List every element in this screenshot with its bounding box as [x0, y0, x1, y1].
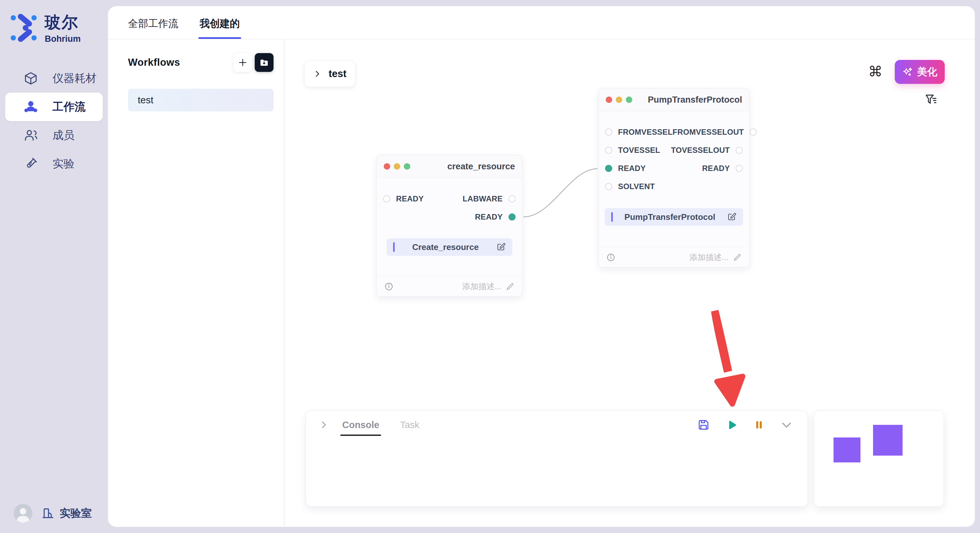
workspace-switcher[interactable]: 实验室	[41, 506, 92, 521]
sidebar-item-workflow[interactable]: 工作流	[5, 93, 103, 121]
sidebar-item-members[interactable]: 成员	[5, 121, 103, 150]
members-icon	[23, 128, 38, 143]
add-workflow-button[interactable]	[233, 53, 252, 72]
pause-button[interactable]	[754, 419, 765, 430]
run-button[interactable]	[725, 419, 738, 431]
user-avatar[interactable]	[14, 504, 32, 523]
output-port-label: LABWARE	[463, 194, 503, 203]
action-label: Create_resource	[395, 242, 496, 252]
description-placeholder[interactable]: 添加描述...	[462, 281, 501, 292]
workflow-canvas[interactable]: test create_resource READY LABWARE	[285, 40, 975, 526]
node-footer: 添加描述...	[377, 276, 522, 296]
plus-icon	[238, 58, 248, 67]
sidebar-item-instruments[interactable]: 仪器耗材	[5, 64, 103, 93]
beautify-button[interactable]: 美化	[895, 60, 945, 84]
workflow-list-panel: Workflows tes	[108, 40, 285, 526]
output-port-dot[interactable]	[749, 128, 757, 136]
breadcrumb-label: test	[329, 68, 347, 80]
pause-icon	[754, 419, 765, 430]
save-icon	[697, 418, 710, 431]
node-title: PumpTransferProtocol	[648, 95, 742, 105]
input-port-dot[interactable]	[605, 183, 612, 190]
console-panel: Console Task	[305, 410, 808, 507]
brand-name: 玻尔	[45, 12, 81, 33]
output-port-dot[interactable]	[736, 147, 743, 154]
description-placeholder[interactable]: 添加描述...	[689, 252, 729, 263]
input-port-label: SOLVENT	[618, 182, 655, 191]
minimap[interactable]	[814, 410, 944, 507]
red-arrow-annotation	[711, 310, 743, 404]
traffic-light-green[interactable]	[626, 97, 632, 103]
pencil-icon[interactable]	[733, 253, 741, 262]
beautify-label: 美化	[917, 65, 937, 79]
node-footer: 添加描述...	[598, 247, 749, 267]
sidebar-nav: 仪器耗材 工作流	[0, 64, 108, 178]
save-button[interactable]	[697, 418, 710, 431]
minimap-node-create-resource	[834, 438, 861, 462]
output-port-label: READY	[702, 164, 730, 173]
brand-logo-icon	[10, 14, 38, 42]
building-icon	[41, 507, 54, 520]
node-pump-transfer-protocol[interactable]: PumpTransferProtocol FROMVESSEL FROMVESS…	[598, 88, 749, 268]
chevron-right-icon	[313, 70, 321, 78]
sidebar: 玻尔 Bohrium 仪器耗材	[0, 0, 108, 533]
tab-console[interactable]: Console	[342, 420, 379, 430]
input-port-label: TOVESSEL	[618, 146, 660, 155]
input-port-label: FROMVESSEL	[618, 128, 673, 136]
box-icon	[23, 71, 38, 86]
node-title: create_resource	[447, 162, 515, 171]
brand: 玻尔 Bohrium	[0, 12, 108, 44]
minimap-node-pump-transfer	[873, 425, 902, 455]
traffic-light-yellow[interactable]	[616, 97, 622, 103]
collapse-panel-button[interactable]	[780, 418, 793, 431]
output-port-dot-connected[interactable]	[509, 213, 515, 220]
sidebar-item-experiments[interactable]: 实验	[5, 150, 103, 178]
brand-subname: Bohrium	[45, 34, 81, 44]
traffic-light-red[interactable]	[384, 163, 390, 170]
node-create-resource[interactable]: create_resource READY LABWARE READY C	[376, 155, 522, 297]
info-icon[interactable]	[606, 253, 616, 262]
breadcrumb[interactable]: test	[304, 60, 355, 87]
folder-download-icon	[259, 58, 269, 67]
sidebar-footer: 实验室	[0, 504, 108, 523]
team-icon	[23, 99, 38, 114]
output-port-dot[interactable]	[736, 165, 743, 172]
traffic-light-red[interactable]	[606, 97, 612, 103]
import-workflow-button[interactable]	[255, 53, 274, 72]
main-content-card: 全部工作流 我创建的 Workflows	[108, 6, 975, 527]
output-port-label: FROMVESSELOUT	[673, 128, 744, 136]
input-port-dot-connected[interactable]	[605, 165, 612, 172]
play-icon	[725, 419, 738, 431]
output-port-label: READY	[475, 213, 503, 222]
chevron-down-icon	[780, 418, 793, 431]
tab-all-workflows[interactable]: 全部工作流	[128, 17, 178, 39]
pencil-icon[interactable]	[506, 282, 514, 291]
command-icon[interactable]: ⌘	[868, 65, 883, 79]
output-port-label: TOVESSELOUT	[671, 146, 730, 155]
workflow-list-title: Workflows	[128, 57, 180, 68]
traffic-light-green[interactable]	[404, 163, 410, 170]
info-icon[interactable]	[384, 282, 393, 291]
edit-icon[interactable]	[727, 212, 737, 222]
input-port-label: READY	[396, 194, 424, 203]
console-collapse-chevron-icon[interactable]	[319, 420, 329, 430]
edit-icon[interactable]	[496, 242, 506, 252]
tab-my-created[interactable]: 我创建的	[200, 17, 240, 39]
traffic-light-yellow[interactable]	[394, 163, 400, 170]
sparkles-icon	[902, 67, 913, 78]
input-port-dot[interactable]	[605, 147, 612, 154]
edge-ready-connection	[523, 169, 598, 217]
workflow-tabs: 全部工作流 我创建的	[108, 6, 975, 40]
workspace-label: 实验室	[60, 506, 92, 521]
workflow-list-item[interactable]: test	[128, 89, 274, 111]
output-port-dot[interactable]	[509, 195, 515, 202]
input-port-label: READY	[618, 164, 646, 173]
tab-task[interactable]: Task	[400, 420, 419, 430]
input-port-dot[interactable]	[605, 128, 612, 136]
node-action-create-resource[interactable]: Create_resource	[387, 238, 512, 256]
node-header: create_resource	[377, 155, 522, 178]
action-label: PumpTransferProtocol	[613, 212, 727, 222]
node-action-pump-transfer[interactable]: PumpTransferProtocol	[605, 208, 743, 226]
filter-icon[interactable]	[924, 93, 937, 106]
input-port-dot[interactable]	[383, 195, 390, 202]
